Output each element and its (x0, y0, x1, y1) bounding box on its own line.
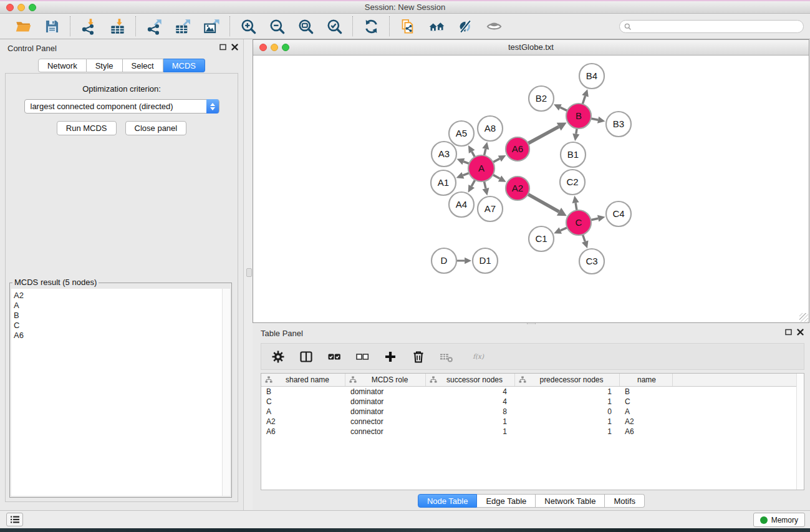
cell-successor-nodes: 1 (426, 427, 515, 437)
graph-edge-A-A3[interactable] (463, 162, 469, 163)
tab-select[interactable]: Select (123, 59, 163, 72)
tab-edge-table[interactable]: Edge Table (477, 494, 536, 508)
import-table-button[interactable] (107, 16, 127, 36)
table-row[interactable]: A6 connector 1 1 A6 (261, 427, 804, 437)
hide-graphics-details-button[interactable] (455, 16, 475, 36)
graph-edge-A2-C[interactable] (528, 194, 559, 211)
list-item[interactable]: C (14, 321, 230, 331)
table-header-row: shared name MCDS role successor nodes pr… (261, 374, 804, 387)
show-panel-list-button[interactable] (6, 513, 23, 526)
table-row[interactable]: A dominator 8 0 A (261, 407, 804, 417)
graph-edge-B-B3[interactable] (591, 118, 599, 120)
tab-node-table[interactable]: Node Table (418, 494, 478, 508)
run-mcds-button[interactable]: Run MCDS (57, 121, 117, 135)
graph-edge-C-C3[interactable] (582, 235, 585, 241)
cell-name: A2 (620, 417, 673, 427)
unselect-all-button[interactable] (354, 348, 371, 365)
zoom-fit-button[interactable] (296, 16, 316, 36)
graph-edge-B-B2[interactable] (560, 107, 567, 110)
import-table-icon (109, 18, 126, 35)
export-image-button[interactable] (201, 16, 221, 36)
vertical-split-handle[interactable] (246, 268, 252, 277)
tab-network[interactable]: Network (38, 59, 87, 72)
network-from-clipboard-button[interactable] (398, 16, 418, 36)
graph-edge-B-B1[interactable] (576, 128, 577, 134)
network-graph[interactable]: B4B2BB3A5A8A6A3B1AA1C2A2A4A7C4CC1C3DD1 (253, 56, 809, 322)
open-session-button[interactable] (13, 16, 33, 36)
select-all-button[interactable] (325, 348, 343, 365)
cell-mcds-role: connector (345, 417, 426, 427)
list-item[interactable]: A2 (14, 291, 230, 301)
criterion-dropdown[interactable]: largest connected component (directed) (24, 99, 219, 114)
cell-predecessor-nodes: 1 (515, 387, 620, 397)
graph-edge-B-B4[interactable] (582, 96, 585, 104)
column-header-predecessor-nodes[interactable]: predecessor nodes (515, 374, 620, 386)
list-item[interactable]: A (14, 301, 230, 311)
graph-node-label: B3 (613, 118, 624, 129)
refresh-button[interactable] (361, 16, 381, 36)
result-list-scrollbar[interactable] (222, 289, 230, 496)
close-panel-icon[interactable] (231, 44, 238, 51)
export-network-button[interactable] (144, 16, 164, 36)
memory-button[interactable]: Memory (753, 513, 805, 527)
tab-motifs[interactable]: Motifs (605, 494, 645, 508)
graph-edge-A-A6[interactable] (493, 158, 500, 162)
table-row[interactable]: B dominator 4 1 B (261, 387, 804, 397)
function-builder-button[interactable]: f(x) (466, 348, 492, 365)
graph-edge-A6-B[interactable] (528, 127, 559, 143)
tab-network-table[interactable]: Network Table (536, 494, 605, 508)
show-all-networks-button[interactable] (427, 16, 446, 36)
graph-edge-arrowhead (582, 240, 589, 248)
zoom-network-button[interactable] (282, 44, 289, 51)
close-window-button[interactable] (6, 4, 14, 11)
minimize-window-button[interactable] (17, 4, 25, 11)
list-item[interactable]: A6 (14, 331, 230, 341)
cell-predecessor-nodes: 1 (515, 427, 620, 437)
zoom-window-button[interactable] (29, 4, 36, 11)
tab-style[interactable]: Style (87, 59, 123, 72)
import-network-button[interactable] (79, 16, 99, 36)
table-row[interactable]: C dominator 4 1 C (261, 397, 804, 407)
minimize-network-button[interactable] (271, 44, 278, 51)
graph-edge-A-A7[interactable] (484, 181, 486, 189)
float-panel-icon[interactable] (219, 44, 226, 51)
close-panel-icon[interactable] (797, 329, 804, 336)
graph-edge-C-C1[interactable] (561, 228, 567, 231)
delete-button[interactable] (410, 348, 427, 365)
zoom-out-button[interactable] (267, 16, 287, 36)
table-settings-button[interactable] (269, 348, 287, 365)
network-window-titlebar[interactable]: testGlobe.txt (253, 40, 809, 56)
column-header-successor-nodes[interactable]: successor nodes (426, 374, 515, 386)
network-canvas[interactable]: B4B2BB3A5A8A6A3B1AA1C2A2A4A7C4CC1C3DD1 (253, 56, 809, 322)
add-button[interactable] (382, 348, 399, 365)
show-columns-button[interactable] (297, 348, 315, 365)
column-header-name[interactable]: name (620, 374, 673, 386)
graph-edge-A-A4[interactable] (471, 180, 475, 186)
search-icon (624, 23, 632, 31)
table-row[interactable]: A2 connector 1 1 A2 (261, 417, 804, 427)
zoom-selected-button[interactable] (324, 16, 344, 36)
delete-table-button[interactable] (438, 348, 455, 365)
close-panel-button[interactable]: Close panel (125, 121, 187, 135)
export-table-button[interactable] (173, 16, 193, 36)
graph-edge-A-A2[interactable] (493, 175, 499, 178)
table-scrollbar[interactable] (796, 374, 804, 490)
cell-shared-name: A2 (261, 417, 345, 427)
graph-edge-C-C4[interactable] (591, 218, 599, 220)
graph-edge-A-A1[interactable] (463, 173, 469, 175)
zoom-in-button[interactable] (238, 16, 258, 36)
graph-edge-A-A8[interactable] (484, 149, 485, 156)
column-header-shared-name[interactable]: shared name (261, 374, 345, 386)
graph-edge-A-A5[interactable] (472, 152, 475, 157)
list-item[interactable]: B (14, 311, 230, 321)
tab-mcds[interactable]: MCDS (163, 59, 205, 72)
graph-node-label: C2 (566, 177, 578, 187)
graph-edge-C-C2[interactable] (576, 203, 577, 210)
birdseye-view-button[interactable] (484, 16, 504, 36)
column-header-mcds-role[interactable]: MCDS role (345, 374, 426, 386)
window-resize-grip[interactable] (799, 313, 808, 322)
close-network-button[interactable] (259, 44, 267, 51)
float-panel-icon[interactable] (785, 329, 792, 336)
search-input[interactable] (634, 22, 803, 32)
save-session-button[interactable] (42, 16, 62, 36)
